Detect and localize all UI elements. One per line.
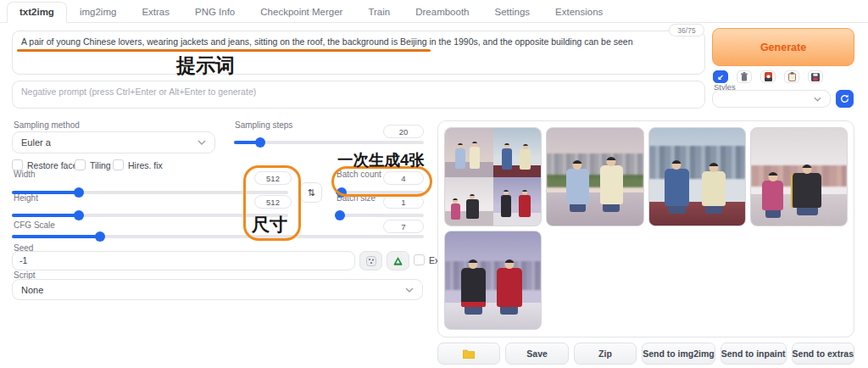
slider-handle[interactable] [95, 231, 105, 242]
tab-extensions[interactable]: Extensions [542, 2, 615, 23]
tab-settings[interactable]: Settings [482, 2, 543, 23]
trash-icon[interactable] [737, 70, 752, 83]
tiling-checkbox[interactable]: Tiling [75, 159, 111, 170]
gallery-action-bar: Save Zip Send to img2img Send to inpaint… [437, 343, 854, 363]
hires-fix-label: Hires. fix [128, 160, 163, 170]
script-dropdown[interactable]: None [12, 279, 423, 300]
generated-image-thumbnail[interactable] [546, 127, 643, 226]
slider-handle[interactable] [74, 187, 84, 198]
paste-arrow-icon[interactable]: ↙ [713, 70, 728, 83]
sampling-steps-slider[interactable] [234, 137, 424, 148]
tab-train[interactable]: Train [355, 2, 403, 23]
chevron-down-icon [814, 97, 821, 102]
zip-button[interactable]: Zip [574, 343, 637, 365]
token-counter: 36/75 [669, 24, 704, 36]
save-button[interactable]: Save [505, 343, 568, 365]
styles-dropdown[interactable] [712, 90, 831, 108]
generated-image-thumbnail[interactable] [750, 127, 848, 226]
width-label: Width [14, 170, 36, 179]
batch-size-label: Batch size [337, 193, 376, 203]
main-tab-bar: txt2img img2img Extras PNG Info Checkpoi… [0, 0, 868, 23]
open-folder-button[interactable] [437, 343, 500, 365]
send-to-img2img-button[interactable]: Send to img2img [642, 343, 715, 365]
batch-count-label: Batch count [337, 170, 381, 179]
slider-handle[interactable] [255, 137, 265, 148]
styles-refresh-icon[interactable] [836, 90, 854, 108]
result-gallery [437, 120, 854, 337]
height-label: Height [14, 193, 38, 203]
reuse-seed-recycle-icon[interactable] [387, 251, 409, 270]
tiling-label: Tiling [90, 160, 111, 170]
chevron-down-icon [405, 287, 414, 293]
tab-checkpoint-merger[interactable]: Checkpoint Merger [248, 2, 355, 23]
send-to-inpaint-button[interactable]: Send to inpaint [721, 343, 787, 365]
folder-icon [463, 349, 475, 359]
width-value[interactable]: 512 [254, 171, 292, 185]
negative-prompt-input[interactable] [12, 81, 705, 109]
tab-txt2img[interactable]: txt2img [7, 2, 67, 23]
checkbox-icon[interactable] [75, 159, 86, 170]
batch-count-value[interactable]: 4 [383, 171, 424, 185]
sampling-steps-value[interactable]: 20 [383, 125, 424, 138]
save-style-icon[interactable] [808, 70, 823, 83]
generated-image-thumbnail[interactable] [444, 231, 542, 330]
script-value: None [21, 285, 43, 295]
generated-image-thumbnail[interactable] [648, 127, 746, 226]
height-value[interactable]: 512 [254, 195, 292, 209]
sampling-method-value: Euler a [21, 137, 51, 148]
slider-handle[interactable] [335, 210, 345, 220]
tab-png-info[interactable]: PNG Info [182, 2, 248, 23]
generated-image-thumbnail[interactable] [444, 127, 542, 226]
sampling-method-dropdown[interactable]: Euler a [12, 131, 215, 153]
annotation-batch-label: 一次生成4张 [337, 149, 425, 170]
width-slider[interactable] [12, 187, 288, 198]
prompt-input[interactable]: A pair of young Chinese lovers, wearing … [12, 31, 705, 75]
txt2img-page: txt2img img2img Extras PNG Info Checkpoi… [0, 0, 868, 368]
send-to-extras-button[interactable]: Send to extras [792, 343, 854, 365]
extra-networks-card-icon[interactable] [760, 70, 776, 83]
cfg-scale-slider[interactable] [12, 231, 424, 242]
tab-img2img[interactable]: img2img [67, 2, 129, 23]
seed-input[interactable]: -1 [12, 251, 355, 270]
swap-dimensions-button[interactable]: ⇅ [300, 182, 322, 203]
checkbox-icon[interactable] [113, 159, 124, 170]
tab-extras[interactable]: Extras [129, 2, 182, 23]
generate-button[interactable]: Generate [712, 28, 854, 66]
sampling-method-label: Sampling method [14, 120, 80, 130]
batch-size-value[interactable]: 1 [383, 195, 424, 209]
tab-dreambooth[interactable]: Dreambooth [403, 2, 481, 23]
sampling-steps-label: Sampling steps [235, 120, 292, 130]
slider-handle[interactable] [74, 210, 84, 220]
clipboard-icon[interactable] [784, 70, 799, 83]
random-seed-dice-icon[interactable] [359, 251, 382, 270]
hires-fix-checkbox[interactable]: Hires. fix [113, 159, 163, 170]
checkbox-icon[interactable] [414, 254, 425, 265]
cfg-scale-label: CFG Scale [14, 220, 55, 230]
height-slider[interactable] [12, 210, 288, 220]
chevron-down-icon [198, 140, 206, 145]
